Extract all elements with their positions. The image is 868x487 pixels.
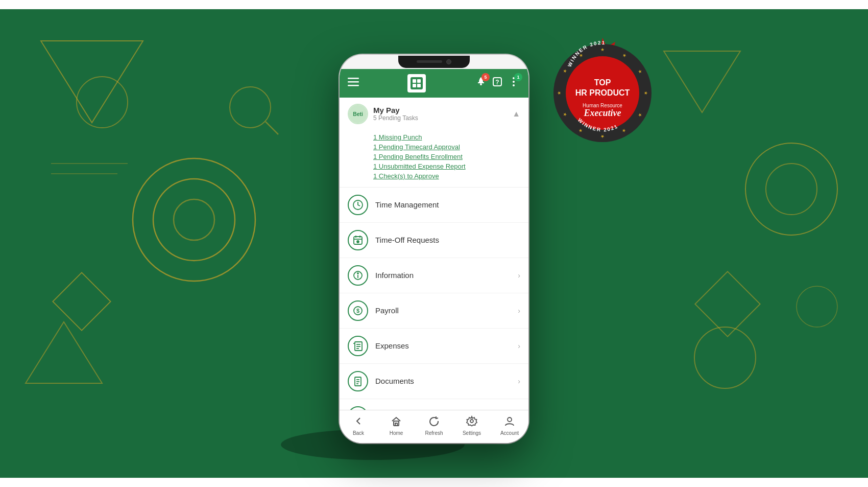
checklists-icon bbox=[348, 406, 368, 410]
menu-item-documents[interactable]: Documents › bbox=[340, 364, 528, 399]
phone-notch-area bbox=[340, 55, 528, 69]
svg-point-10 bbox=[745, 143, 837, 235]
my-pay-header[interactable]: Beti My Pay 5 Pending Tasks ▲ bbox=[340, 98, 528, 130]
time-management-icon bbox=[348, 195, 368, 215]
payroll-icon: $ bbox=[348, 300, 368, 321]
menu-item-checklists[interactable]: Checklists › bbox=[340, 399, 528, 410]
menu-item-payroll[interactable]: $ Payroll › bbox=[340, 293, 528, 329]
svg-text:TOP: TOP bbox=[594, 78, 611, 87]
svg-point-52 bbox=[513, 81, 515, 83]
svg-point-19 bbox=[797, 286, 837, 327]
svg-point-18 bbox=[694, 327, 756, 388]
my-pay-title: My Pay bbox=[373, 106, 507, 114]
svg-rect-41 bbox=[348, 78, 359, 79]
svg-rect-46 bbox=[413, 84, 416, 87]
documents-icon bbox=[348, 371, 368, 391]
task-missing-punch[interactable]: 1 Missing Punch bbox=[373, 132, 520, 142]
time-off-label: Time-Off Requests bbox=[375, 236, 520, 244]
task-checks-approve[interactable]: 1 Check(s) to Approve bbox=[373, 171, 520, 181]
my-pay-info: My Pay 5 Pending Tasks bbox=[373, 106, 507, 122]
nav-refresh-label: Refresh bbox=[425, 430, 443, 436]
more-options-button[interactable]: 1 bbox=[507, 75, 520, 91]
app-logo bbox=[407, 74, 426, 92]
back-icon bbox=[353, 415, 364, 429]
bottom-navigation: Back Home bbox=[340, 410, 528, 443]
phone-body: 5 ? 1 bbox=[340, 55, 528, 443]
task-benefits-enrollment[interactable]: 1 Pending Benefits Enrollment bbox=[373, 152, 520, 161]
time-off-icon bbox=[348, 230, 368, 250]
time-management-label: Time Management bbox=[375, 200, 520, 209]
help-button[interactable]: ? bbox=[491, 75, 504, 91]
nav-settings-label: Settings bbox=[463, 430, 481, 436]
svg-point-61 bbox=[357, 241, 359, 243]
svg-rect-86 bbox=[395, 423, 397, 426]
svg-text:★: ★ bbox=[557, 91, 562, 95]
svg-rect-47 bbox=[417, 84, 421, 87]
svg-marker-15 bbox=[26, 322, 102, 383]
notification-button[interactable]: 5 bbox=[474, 75, 488, 91]
menu-item-information[interactable]: Information › bbox=[340, 258, 528, 293]
svg-rect-42 bbox=[348, 81, 359, 83]
svg-rect-44 bbox=[413, 79, 416, 83]
svg-rect-7 bbox=[53, 272, 110, 330]
nav-settings[interactable]: Settings bbox=[453, 413, 491, 438]
nav-home-label: Home bbox=[390, 430, 403, 436]
phone-notch bbox=[398, 56, 470, 68]
svg-marker-9 bbox=[664, 51, 740, 112]
payroll-chevron: › bbox=[518, 307, 520, 315]
svg-rect-43 bbox=[348, 85, 359, 86]
svg-text:HR PRODUCT: HR PRODUCT bbox=[575, 88, 630, 97]
user-avatar: Beti bbox=[348, 104, 368, 124]
home-icon bbox=[391, 415, 402, 429]
svg-text:Executive: Executive bbox=[584, 108, 621, 118]
nav-home[interactable]: Home bbox=[377, 413, 415, 438]
documents-label: Documents bbox=[375, 377, 518, 385]
svg-text:★: ★ bbox=[600, 47, 605, 52]
task-expense-report[interactable]: 1 Unsubmitted Expense Report bbox=[373, 161, 520, 171]
nav-back-label: Back bbox=[353, 430, 364, 436]
expenses-chevron: › bbox=[518, 342, 520, 350]
phone-camera bbox=[446, 59, 451, 64]
expenses-label: Expenses bbox=[375, 341, 518, 350]
svg-marker-6 bbox=[41, 41, 143, 123]
svg-text:Beti: Beti bbox=[353, 111, 363, 117]
task-list: 1 Missing Punch 1 Pending Timecard Appro… bbox=[340, 130, 528, 187]
svg-point-4 bbox=[153, 179, 235, 261]
svg-point-48 bbox=[480, 83, 482, 85]
phone-mockup: ★ ★ ★ ★ ★ ★ ★ ★ ★ ★ ★ ★ WINNER 2021 bbox=[340, 55, 528, 443]
svg-text:$: $ bbox=[356, 308, 359, 314]
svg-rect-12 bbox=[695, 271, 760, 336]
task-timecard-approval[interactable]: 1 Pending Timecard Approval bbox=[373, 142, 520, 152]
svg-rect-2 bbox=[0, 478, 868, 487]
documents-chevron: › bbox=[518, 377, 520, 385]
refresh-icon bbox=[428, 415, 440, 429]
phone-speaker bbox=[417, 60, 442, 63]
svg-rect-45 bbox=[417, 79, 421, 83]
nav-refresh[interactable]: Refresh bbox=[415, 413, 453, 438]
svg-point-53 bbox=[513, 84, 515, 86]
menu-item-time-off[interactable]: Time-Off Requests bbox=[340, 223, 528, 258]
menu-item-time-management[interactable]: Time Management bbox=[340, 188, 528, 223]
menu-item-expenses[interactable]: Expenses › bbox=[340, 329, 528, 364]
svg-point-3 bbox=[133, 158, 255, 281]
account-icon bbox=[504, 415, 515, 429]
my-pay-subtitle: 5 Pending Tasks bbox=[373, 114, 507, 122]
nav-back[interactable]: Back bbox=[340, 413, 377, 438]
my-pay-chevron: ▲ bbox=[512, 109, 520, 119]
menu-list: Time Management Time-Off Requests bbox=[340, 188, 528, 410]
notification-badge: 5 bbox=[481, 73, 490, 81]
winner-badge: ★ ★ ★ ★ ★ ★ ★ ★ ★ ★ ★ ★ WINNER 2021 bbox=[544, 34, 661, 154]
payroll-label: Payroll bbox=[375, 306, 518, 315]
information-chevron: › bbox=[518, 271, 520, 280]
app-screen: 5 ? 1 bbox=[340, 69, 528, 443]
svg-text:?: ? bbox=[495, 79, 499, 86]
settings-icon bbox=[466, 415, 477, 429]
menu-icon[interactable] bbox=[348, 76, 359, 90]
svg-text:★: ★ bbox=[643, 91, 648, 95]
app-header: 5 ? 1 bbox=[340, 69, 528, 98]
svg-point-16 bbox=[230, 87, 271, 128]
nav-account[interactable]: Account bbox=[491, 413, 528, 438]
logo-inner bbox=[411, 77, 423, 89]
svg-point-5 bbox=[174, 199, 214, 240]
svg-rect-1 bbox=[0, 0, 868, 9]
